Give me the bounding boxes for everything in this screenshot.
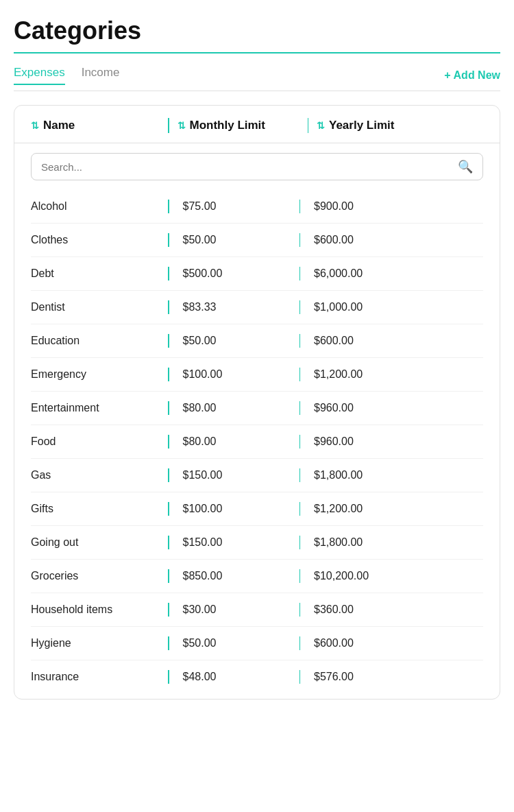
- table-row[interactable]: Alcohol $75.00 $900.00: [31, 190, 483, 224]
- cell-divider-monthly-3: [168, 300, 169, 314]
- cell-divider-yearly-11: [299, 569, 301, 583]
- table-row[interactable]: Education $50.00 $600.00: [31, 324, 483, 358]
- cell-name-14: Insurance: [31, 671, 168, 683]
- tab-expenses[interactable]: Expenses: [14, 66, 65, 85]
- cell-yearly-11: $10,200.00: [314, 570, 483, 582]
- cell-yearly-14: $576.00: [314, 671, 483, 683]
- cell-yearly-2: $6,000.00: [314, 267, 483, 280]
- cell-divider-yearly-1: [299, 233, 301, 247]
- col-name-label: Name: [43, 119, 75, 132]
- yearly-sort-icon: ⇅: [317, 120, 325, 131]
- cell-monthly-1: $50.00: [183, 234, 299, 246]
- cell-yearly-9: $1,200.00: [314, 503, 483, 515]
- cell-divider-monthly-13: [168, 636, 169, 650]
- cell-monthly-4: $50.00: [183, 335, 299, 347]
- table-row[interactable]: Going out $150.00 $1,800.00: [31, 526, 483, 560]
- search-icon: 🔍: [458, 159, 473, 174]
- search-input[interactable]: [41, 161, 458, 173]
- cell-monthly-12: $30.00: [183, 604, 299, 616]
- cell-monthly-0: $75.00: [183, 200, 299, 213]
- cell-name-6: Entertainment: [31, 402, 168, 414]
- table-row[interactable]: Gifts $100.00 $1,200.00: [31, 492, 483, 526]
- monthly-sort-icon: ⇅: [178, 120, 186, 131]
- cell-yearly-13: $600.00: [314, 637, 483, 649]
- table-row[interactable]: Entertainment $80.00 $960.00: [31, 392, 483, 425]
- table-row[interactable]: Hygiene $50.00 $600.00: [31, 627, 483, 660]
- table-row[interactable]: Groceries $850.00 $10,200.00: [31, 560, 483, 593]
- title-divider: [14, 52, 500, 53]
- table-row[interactable]: Insurance $48.00 $576.00: [31, 660, 483, 693]
- cell-divider-monthly-12: [168, 603, 169, 617]
- table-row[interactable]: Dentist $83.33 $1,000.00: [31, 291, 483, 324]
- cell-name-4: Education: [31, 335, 168, 347]
- table-row[interactable]: Household items $30.00 $360.00: [31, 593, 483, 627]
- tabs-container: Expenses Income: [14, 66, 119, 85]
- cell-yearly-3: $1,000.00: [314, 301, 483, 313]
- col-monthly-header[interactable]: ⇅ Monthly Limit: [178, 119, 308, 132]
- cell-name-10: Going out: [31, 536, 168, 549]
- cell-yearly-6: $960.00: [314, 402, 483, 414]
- cell-name-12: Household items: [31, 604, 168, 616]
- cell-name-7: Food: [31, 435, 168, 448]
- cell-monthly-7: $80.00: [183, 435, 299, 448]
- cell-divider-yearly-0: [299, 200, 301, 213]
- cell-divider-monthly-1: [168, 233, 169, 247]
- cell-monthly-14: $48.00: [183, 671, 299, 683]
- tab-income[interactable]: Income: [82, 66, 120, 85]
- name-sort-icon: ⇅: [31, 120, 39, 131]
- cell-divider-monthly-5: [168, 368, 169, 381]
- search-row: 🔍: [14, 143, 500, 190]
- cell-divider-monthly-8: [168, 468, 169, 482]
- cell-divider-yearly-9: [299, 502, 301, 516]
- header-sep-2: [308, 118, 309, 133]
- cell-divider-yearly-6: [299, 401, 301, 415]
- cell-name-9: Gifts: [31, 503, 168, 515]
- table-row[interactable]: Debt $500.00 $6,000.00: [31, 257, 483, 291]
- cell-monthly-11: $850.00: [183, 570, 299, 582]
- search-box: 🔍: [31, 153, 483, 180]
- cell-divider-yearly-14: [299, 670, 301, 684]
- cell-divider-yearly-10: [299, 536, 301, 549]
- cell-divider-monthly-14: [168, 670, 169, 684]
- tabs-row: Expenses Income + Add New: [14, 66, 500, 85]
- col-name-header[interactable]: ⇅ Name: [31, 119, 168, 132]
- cell-divider-yearly-7: [299, 435, 301, 449]
- add-new-button[interactable]: + Add New: [444, 69, 500, 82]
- cell-divider-monthly-10: [168, 536, 169, 549]
- cell-name-2: Debt: [31, 267, 168, 280]
- cell-monthly-6: $80.00: [183, 402, 299, 414]
- cell-monthly-13: $50.00: [183, 637, 299, 649]
- table-row[interactable]: Emergency $100.00 $1,200.00: [31, 358, 483, 392]
- cell-divider-monthly-11: [168, 569, 169, 583]
- cell-divider-yearly-12: [299, 603, 301, 617]
- cell-name-5: Emergency: [31, 368, 168, 381]
- cell-divider-monthly-7: [168, 435, 169, 449]
- cell-yearly-7: $960.00: [314, 435, 483, 448]
- cell-name-0: Alcohol: [31, 200, 168, 213]
- cell-yearly-10: $1,800.00: [314, 536, 483, 549]
- cell-divider-yearly-2: [299, 267, 301, 280]
- cell-monthly-2: $500.00: [183, 267, 299, 280]
- cell-monthly-10: $150.00: [183, 536, 299, 549]
- table-row[interactable]: Gas $150.00 $1,800.00: [31, 459, 483, 492]
- categories-table-card: ⇅ Name ⇅ Monthly Limit ⇅ Yearly Limit 🔍 …: [14, 105, 500, 700]
- table-row[interactable]: Food $80.00 $960.00: [31, 425, 483, 459]
- cell-yearly-5: $1,200.00: [314, 368, 483, 381]
- col-yearly-header[interactable]: ⇅ Yearly Limit: [317, 119, 483, 132]
- cell-divider-monthly-0: [168, 200, 169, 213]
- cell-name-11: Groceries: [31, 570, 168, 582]
- col-yearly-label: Yearly Limit: [329, 119, 394, 132]
- cell-name-1: Clothes: [31, 234, 168, 246]
- page-title: Categories: [14, 16, 500, 45]
- cell-divider-yearly-5: [299, 368, 301, 381]
- cell-yearly-8: $1,800.00: [314, 469, 483, 481]
- cell-divider-monthly-2: [168, 267, 169, 280]
- table-row[interactable]: Clothes $50.00 $600.00: [31, 224, 483, 257]
- cell-divider-yearly-13: [299, 636, 301, 650]
- cell-divider-yearly-4: [299, 334, 301, 348]
- cell-divider-yearly-3: [299, 300, 301, 314]
- cell-monthly-8: $150.00: [183, 469, 299, 481]
- col-monthly-label: Monthly Limit: [190, 119, 265, 132]
- cell-name-13: Hygiene: [31, 637, 168, 649]
- cell-yearly-12: $360.00: [314, 604, 483, 616]
